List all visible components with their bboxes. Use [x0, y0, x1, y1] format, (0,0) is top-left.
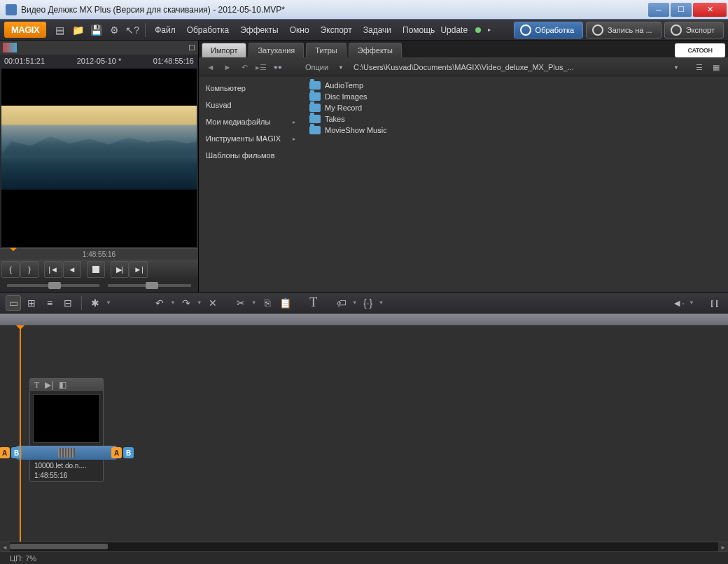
folder-item[interactable]: Disc Images	[302, 91, 728, 102]
text-icon[interactable]: T	[34, 380, 39, 390]
ruler-marker-icon[interactable]	[10, 248, 17, 255]
arrow-icon[interactable]: ▸☰	[255, 61, 267, 73]
mode-process-button[interactable]: Обработка	[514, 22, 583, 38]
jog-slider[interactable]	[108, 284, 191, 287]
menu-tasks[interactable]: Задачи	[358, 22, 397, 38]
undo-icon[interactable]: ↶	[152, 295, 167, 311]
split-icon[interactable]: ◧	[59, 380, 66, 390]
chevron-down-icon[interactable]: ▼	[170, 299, 176, 306]
copy-icon[interactable]: ⎘	[260, 295, 275, 311]
mode-storyboard-icon[interactable]: ▭	[6, 295, 21, 311]
minimize-button[interactable]: ─	[648, 3, 669, 17]
menu-help[interactable]: Помощь	[397, 22, 440, 38]
source-computer[interactable]: Компьютер	[199, 80, 302, 97]
source-templates[interactable]: Шаблоны фильмов	[199, 147, 302, 164]
open-file-icon[interactable]: 📁	[70, 22, 85, 38]
folder-item[interactable]: AudioTemp	[302, 80, 728, 91]
back-icon[interactable]: ◄	[204, 61, 217, 73]
clip-bar[interactable]: AB AB	[16, 446, 117, 460]
chevron-down-icon[interactable]: ▼	[352, 299, 358, 306]
title-icon[interactable]: T	[306, 295, 321, 311]
menu-update[interactable]: Update	[435, 22, 473, 38]
mode-record-button[interactable]: Запись на ...	[586, 22, 662, 38]
prev-frame-button[interactable]: ◄	[63, 261, 81, 278]
scroll-left-icon[interactable]: ◄	[0, 542, 10, 551]
cut-icon[interactable]: ✂	[233, 295, 248, 311]
menu-export[interactable]: Экспорт	[315, 22, 358, 38]
markers-right[interactable]: AB	[111, 447, 134, 458]
up-icon[interactable]: ↶	[238, 61, 251, 73]
mode-scene-icon[interactable]: ⊞	[24, 295, 39, 311]
playhead[interactable]	[20, 326, 21, 542]
preview-video[interactable]	[1, 69, 197, 247]
mode-multi-icon[interactable]: ⊟	[60, 295, 76, 311]
chevron-down-icon[interactable]: ▼	[689, 299, 694, 306]
mute-icon[interactable]: ◄·	[671, 295, 686, 311]
range-end-button[interactable]: }	[20, 261, 38, 278]
tab-effects[interactable]: Эффекты	[349, 43, 402, 57]
prev-icon[interactable]: ▶|	[45, 380, 53, 390]
chevron-down-icon[interactable]: ▼	[106, 299, 111, 306]
mode-export-button[interactable]: Экспорт	[664, 22, 724, 38]
range-start-button[interactable]: {	[1, 261, 20, 278]
menu-window[interactable]: Окно	[284, 22, 315, 38]
preview-panel: ☐ 00:01:51:21 2012-05-10 * 01:48:55:16 1…	[0, 41, 199, 292]
new-file-icon[interactable]: ▤	[52, 22, 67, 38]
forward-icon[interactable]: ►	[221, 61, 234, 73]
folder-item[interactable]: MovieShow Music	[302, 125, 728, 136]
tab-titles[interactable]: Титры	[306, 43, 346, 57]
zoom-slider[interactable]	[7, 284, 99, 287]
scroll-right-icon[interactable]: ►	[718, 542, 728, 551]
goto-end-button[interactable]: ►|	[130, 261, 148, 278]
source-magix-tools[interactable]: Инструменты MAGIX▸	[199, 130, 302, 147]
search-icon[interactable]: 👓	[272, 61, 284, 73]
stereo-3d-icon[interactable]	[3, 43, 17, 52]
chevron-down-icon[interactable]: ▼	[379, 299, 384, 306]
timeline-tracks[interactable]: T ▶| ◧ AB AB 10000.let.do.n.... 1:48:55:…	[0, 326, 728, 542]
chevron-down-icon[interactable]: ▼	[197, 299, 202, 306]
video-clip[interactable]: T ▶| ◧ AB AB 10000.let.do.n.... 1:48:55:…	[29, 378, 104, 482]
goto-start-button[interactable]: |◄	[44, 261, 62, 278]
tab-import[interactable]: Импорт	[202, 43, 246, 57]
mode-timeline-icon[interactable]: ≡	[42, 295, 57, 311]
scrollbar-thumb[interactable]	[10, 544, 108, 549]
reel-icon[interactable]: ✱	[88, 295, 103, 311]
markers-left[interactable]: AB	[0, 447, 22, 458]
tab-fades[interactable]: Затухания	[248, 43, 304, 57]
source-mymedia[interactable]: Мои медиафайлы▸	[199, 113, 302, 130]
settings-icon[interactable]: ⚙	[106, 22, 122, 38]
timeline-scrollbar[interactable]: ◄ ►	[0, 542, 728, 551]
timeline-ruler[interactable]	[0, 313, 728, 326]
tag-icon[interactable]: 🏷	[334, 295, 349, 311]
group-icon[interactable]: {·}	[360, 295, 376, 311]
path-breadcrumb[interactable]: C:\Users\Kusvad\Documents\MAGIX\Video_de…	[348, 63, 669, 71]
save-icon[interactable]: 💾	[88, 22, 104, 38]
preview-ruler[interactable]: 1:48:55:16	[0, 248, 198, 260]
preview-bottom	[0, 279, 198, 292]
slider-handle[interactable]	[48, 282, 61, 289]
menu-file[interactable]: Файл	[149, 22, 181, 38]
stop-button[interactable]	[87, 261, 105, 278]
redo-icon[interactable]: ↷	[178, 295, 194, 311]
chevron-down-icon[interactable]: ▼	[251, 299, 257, 306]
options-dropdown[interactable]: Опции▼	[305, 63, 344, 71]
source-user[interactable]: Kusvad	[199, 97, 302, 113]
catooh-logo[interactable]: CATOOH	[675, 43, 725, 57]
folder-item[interactable]: My Record	[302, 102, 728, 113]
maximize-preview-icon[interactable]: ☐	[188, 43, 195, 52]
delete-icon[interactable]: ✕	[205, 295, 220, 311]
mixer-icon[interactable]: ⫿⫿	[707, 295, 722, 311]
next-frame-button[interactable]: ▶|	[111, 261, 129, 278]
view-grid-icon[interactable]: ▦	[710, 61, 722, 73]
help-icon[interactable]: ↖?	[125, 22, 140, 38]
folder-item[interactable]: Takes	[302, 113, 728, 125]
overflow-icon[interactable]: ▸	[484, 22, 494, 38]
maximize-button[interactable]: ☐	[671, 3, 692, 17]
paste-icon[interactable]: 📋	[278, 295, 293, 311]
view-list-icon[interactable]: ☰	[693, 61, 706, 73]
close-button[interactable]: ✕	[693, 3, 727, 17]
chevron-down-icon[interactable]: ▼	[673, 64, 679, 71]
menu-effects[interactable]: Эффекты	[234, 22, 284, 38]
slider-handle[interactable]	[146, 282, 158, 289]
menu-edit[interactable]: Обработка	[181, 22, 235, 38]
